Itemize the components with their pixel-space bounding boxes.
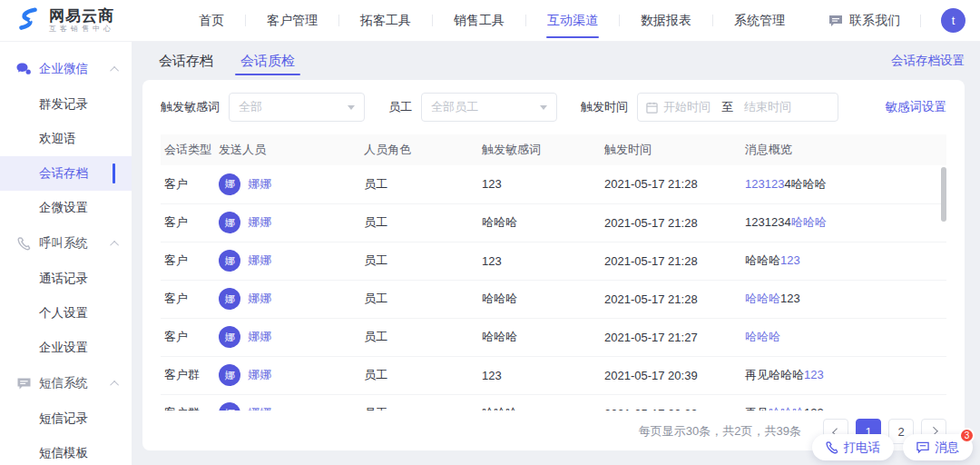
sender-name-link[interactable]: 娜娜: [248, 252, 271, 269]
table-scrollbar-thumb[interactable]: [941, 167, 946, 222]
session-archive-settings-link[interactable]: 会话存档设置: [891, 53, 965, 69]
chevron-up-icon: [110, 240, 119, 249]
table-body: 客户 娜 娜娜 员工 123 2021-05-17 21:28 1231234哈…: [161, 165, 946, 411]
pagination-summary: 每页显示30条，共2页，共39条: [639, 423, 801, 440]
sender-name-link[interactable]: 娜娜: [248, 367, 271, 383]
message-highlight-segment[interactable]: 123: [780, 253, 800, 267]
cell-message-preview[interactable]: 哈哈哈: [743, 318, 946, 356]
sender-name-link[interactable]: 娜娜: [248, 214, 271, 231]
sensitive-word-select[interactable]: 全部: [229, 93, 365, 122]
main-content: 会话存档 会话质检 会话存档设置 触发敏感词 全部 员工 全部员工 触发时间: [132, 42, 980, 465]
staff-select-value: 全部员工: [431, 99, 478, 115]
message-highlight-segment[interactable]: 哈哈哈: [791, 215, 827, 229]
cell-role: 员工: [362, 203, 480, 242]
sidebar-item-call-records[interactable]: 通话记录: [0, 262, 132, 296]
cell-message-preview[interactable]: 哈哈哈123: [743, 242, 946, 280]
nav-item-data-reports[interactable]: 数据报表: [620, 0, 712, 41]
sender-name-link[interactable]: 娜娜: [248, 329, 271, 345]
messages-button[interactable]: 消息 3: [903, 434, 973, 460]
sidebar-item-personal-settings[interactable]: 个人设置: [0, 296, 132, 331]
tab-session-archive[interactable]: 会话存档: [159, 42, 213, 80]
cell-sender: 娜 娜娜: [217, 242, 362, 280]
sidebar-group-label: 短信系统: [39, 375, 88, 391]
sidebar-item-wecom-settings[interactable]: 企微设置: [0, 191, 132, 225]
cell-session-type: 客户: [161, 318, 217, 356]
nav-item-home[interactable]: 首页: [178, 0, 245, 41]
sidebar-group-sms-system[interactable]: 短信系统: [0, 365, 132, 401]
cell-sender: 娜 娜娜: [217, 318, 362, 356]
cell-session-type: 客户群: [161, 356, 217, 394]
cell-session-type: 客户: [161, 203, 217, 242]
cell-message-preview[interactable]: 再见哈哈哈123: [743, 394, 946, 411]
message-highlight-segment[interactable]: 哈哈哈: [769, 406, 804, 411]
message-highlight-segment[interactable]: 123123: [745, 177, 784, 191]
message-highlight-segment[interactable]: 哈哈哈: [745, 330, 780, 343]
tab-session-quality-check[interactable]: 会话质检: [240, 42, 295, 80]
staff-filter-label: 员工: [388, 99, 412, 115]
sidebar-group-label: 呼叫系统: [39, 235, 88, 252]
sender-avatar: 娜: [219, 364, 240, 386]
contact-chat-icon: [828, 15, 843, 27]
start-time-placeholder: 开始时间: [663, 99, 710, 115]
sender-avatar: 娜: [219, 402, 240, 411]
sender-name-link[interactable]: 娜娜: [248, 291, 271, 307]
cell-message-preview[interactable]: 1231234哈哈哈: [743, 203, 946, 242]
sidebar-item-sms-records[interactable]: 短信记录: [0, 401, 132, 436]
sidebar-item-enterprise-settings[interactable]: 企业设置: [0, 331, 132, 365]
sensitive-word-settings-link[interactable]: 敏感词设置: [886, 99, 947, 115]
nav-item-sales-tools[interactable]: 销售工具: [433, 0, 525, 41]
sender-avatar: 娜: [219, 326, 240, 348]
cell-trigger-time: 2021-05-17 21:28: [603, 242, 743, 280]
cell-trigger-time: 2021-05-17 21:28: [603, 280, 743, 318]
sidebar-item-sms-templates[interactable]: 短信模板: [0, 436, 132, 465]
message-highlight-segment[interactable]: 123: [804, 368, 824, 381]
sidebar-item-welcome-message[interactable]: 欢迎语: [0, 122, 132, 156]
cell-session-type: 客户: [161, 280, 217, 318]
brand-logo[interactable]: 网易云商 互客销售中心: [15, 7, 151, 35]
contact-us-button[interactable]: 联系我们: [828, 13, 900, 29]
sidebar-group-wecom[interactable]: 企业微信: [0, 51, 132, 87]
cell-session-type: 客户: [161, 242, 217, 280]
cell-message-preview[interactable]: 哈哈哈123: [743, 280, 946, 318]
staff-select[interactable]: 全部员工: [421, 93, 557, 122]
nav-item-customers[interactable]: 客户管理: [246, 0, 338, 41]
message-highlight-segment[interactable]: 哈哈哈: [745, 292, 780, 305]
cell-role: 员工: [362, 280, 480, 318]
nav-item-interactive-channels[interactable]: 互动渠道: [526, 0, 619, 41]
cell-trigger-time: 2021-05-17 20:39: [603, 394, 743, 411]
cell-role: 员工: [362, 242, 480, 280]
nav-item-acquisition-tools[interactable]: 拓客工具: [339, 0, 432, 41]
chevron-down-icon: [348, 105, 355, 110]
cell-sender: 娜 娜娜: [217, 356, 362, 394]
sms-icon: [16, 376, 31, 391]
sender-avatar: 娜: [219, 288, 240, 310]
user-avatar[interactable]: t: [941, 8, 965, 33]
cell-sender: 娜 娜娜: [217, 280, 362, 318]
cell-role: 员工: [362, 356, 480, 394]
header-right: 联系我们 t: [828, 8, 965, 33]
make-call-label: 打电话: [844, 440, 881, 456]
sidebar-item-group-send-records[interactable]: 群发记录: [0, 87, 132, 122]
message-segment: 123: [804, 406, 824, 411]
messages-label: 消息: [935, 440, 959, 456]
sender-name-link[interactable]: 娜娜: [248, 176, 271, 193]
make-call-button[interactable]: 打电话: [812, 434, 895, 460]
cell-sensitive-word: 哈哈哈: [480, 203, 603, 242]
sender-avatar: 娜: [219, 250, 240, 272]
cell-sensitive-word: 123: [480, 242, 603, 280]
content-card: 触发敏感词 全部 员工 全部员工 触发时间 开始时间: [142, 80, 965, 450]
sender-name-link[interactable]: 娜娜: [248, 405, 271, 411]
chevron-up-icon: [110, 380, 119, 389]
cell-message-preview[interactable]: 再见哈哈哈123: [743, 356, 946, 394]
sidebar-group-call-system[interactable]: 呼叫系统: [0, 225, 132, 262]
chevron-up-icon: [110, 65, 119, 74]
cell-sensitive-word: 123: [480, 165, 603, 203]
trigger-time-range-input[interactable]: 开始时间 至 结束时间: [637, 93, 838, 122]
quality-check-table: 会话类型 发送人员 人员角色 触发敏感词 触发时间 消息概览 客户 娜 娜娜 员…: [161, 134, 946, 411]
nav-item-system-settings[interactable]: 系统管理: [713, 0, 806, 41]
phone-icon: [16, 236, 31, 251]
cell-message-preview[interactable]: 1231234哈哈哈: [743, 165, 946, 203]
cell-session-type: 客户: [161, 165, 217, 203]
sidebar-item-session-archive[interactable]: 会话存档: [0, 156, 132, 191]
cell-sender: 娜 娜娜: [217, 394, 362, 411]
